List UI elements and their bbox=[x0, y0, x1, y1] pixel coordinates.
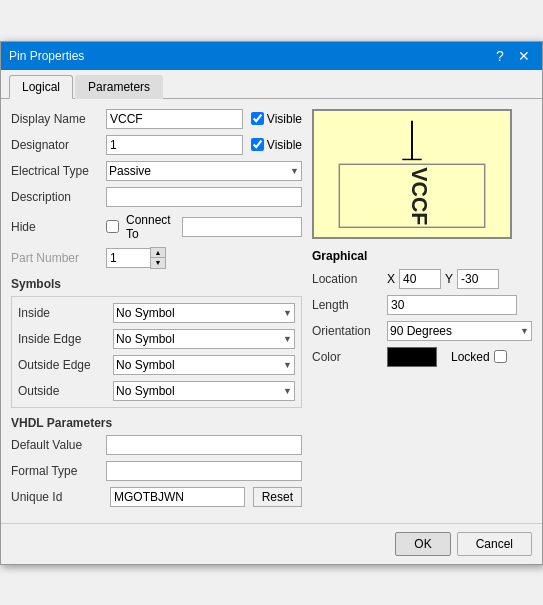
orientation-select-wrap: 0 Degrees 90 Degrees 180 Degrees 270 Deg… bbox=[387, 321, 532, 341]
outside-select-wrap: No Symbol Dot Clock ▼ bbox=[113, 381, 295, 401]
hide-checkbox[interactable] bbox=[106, 220, 119, 233]
connect-to-input[interactable] bbox=[182, 217, 302, 237]
location-y-input[interactable] bbox=[457, 269, 499, 289]
locked-group: Locked bbox=[451, 350, 507, 364]
cancel-button[interactable]: Cancel bbox=[457, 532, 532, 556]
default-value-input[interactable] bbox=[106, 435, 302, 455]
formal-type-label: Formal Type bbox=[11, 464, 106, 478]
preview-svg: VCCF bbox=[314, 111, 510, 237]
tab-bar: Logical Parameters bbox=[1, 70, 542, 99]
location-x-input[interactable] bbox=[399, 269, 441, 289]
vhdl-section: VHDL Parameters Default Value Formal Typ… bbox=[11, 416, 302, 507]
inside-edge-row: Inside Edge No Symbol Dot Clock ▼ bbox=[18, 329, 295, 349]
part-number-spinbtns: ▲ ▼ bbox=[150, 247, 166, 269]
visible2-checkbox[interactable] bbox=[251, 138, 264, 151]
location-x-label: X bbox=[387, 272, 395, 286]
designator-label: Designator bbox=[11, 138, 106, 152]
color-swatch[interactable] bbox=[387, 347, 437, 367]
length-label: Length bbox=[312, 298, 387, 312]
location-y-label: Y bbox=[445, 272, 453, 286]
display-name-input[interactable] bbox=[106, 109, 243, 129]
part-number-label: Part Number bbox=[11, 251, 106, 265]
connect-to-label: Connect To bbox=[126, 213, 173, 241]
visible2-label: Visible bbox=[267, 138, 302, 152]
location-label: Location bbox=[312, 272, 387, 286]
visible1-checkbox[interactable] bbox=[251, 112, 264, 125]
default-value-label: Default Value bbox=[11, 438, 106, 452]
orientation-select[interactable]: 0 Degrees 90 Degrees 180 Degrees 270 Deg… bbox=[387, 321, 532, 341]
part-number-spin: ▲ ▼ bbox=[106, 247, 166, 269]
outside-row: Outside No Symbol Dot Clock ▼ bbox=[18, 381, 295, 401]
graphical-section: Graphical Location X Y Length bbox=[312, 249, 532, 367]
display-name-label: Display Name bbox=[11, 112, 106, 126]
symbols-title: Symbols bbox=[11, 277, 302, 291]
tab-parameters[interactable]: Parameters bbox=[75, 75, 163, 99]
part-number-up[interactable]: ▲ bbox=[151, 248, 165, 258]
inside-select-wrap: No Symbol Dot Clock ▼ bbox=[113, 303, 295, 323]
formal-type-input[interactable] bbox=[106, 461, 302, 481]
color-label: Color bbox=[312, 350, 387, 364]
visible2-group: Visible bbox=[251, 138, 302, 152]
outside-edge-select-wrap: No Symbol Dot Clock ▼ bbox=[113, 355, 295, 375]
designator-input[interactable] bbox=[106, 135, 243, 155]
vhdl-title: VHDL Parameters bbox=[11, 416, 302, 430]
orientation-label: Orientation bbox=[312, 324, 387, 338]
inside-label: Inside bbox=[18, 306, 113, 320]
reset-button[interactable]: Reset bbox=[253, 487, 302, 507]
pin-properties-dialog: Pin Properties ? ✕ Logical Parameters Di… bbox=[0, 41, 543, 565]
length-row: Length bbox=[312, 295, 532, 315]
ok-button[interactable]: OK bbox=[395, 532, 450, 556]
orientation-row: Orientation 0 Degrees 90 Degrees 180 Deg… bbox=[312, 321, 532, 341]
formal-type-row: Formal Type bbox=[11, 461, 302, 481]
location-coord-group: X Y bbox=[387, 269, 499, 289]
designator-row: Designator Visible bbox=[11, 135, 302, 155]
electrical-type-select[interactable]: Passive Input Output Bidirectional bbox=[106, 161, 302, 181]
tab-logical[interactable]: Logical bbox=[9, 75, 73, 99]
unique-id-input[interactable] bbox=[110, 487, 245, 507]
close-button[interactable]: ✕ bbox=[514, 46, 534, 66]
hide-label: Hide bbox=[11, 220, 106, 234]
dialog-title: Pin Properties bbox=[9, 49, 84, 63]
inside-select[interactable]: No Symbol Dot Clock bbox=[113, 303, 295, 323]
outside-edge-select[interactable]: No Symbol Dot Clock bbox=[113, 355, 295, 375]
hide-row: Hide Connect To bbox=[11, 213, 302, 241]
electrical-type-row: Electrical Type Passive Input Output Bid… bbox=[11, 161, 302, 181]
outside-edge-row: Outside Edge No Symbol Dot Clock ▼ bbox=[18, 355, 295, 375]
default-value-row: Default Value bbox=[11, 435, 302, 455]
electrical-type-select-wrap: Passive Input Output Bidirectional ▼ bbox=[106, 161, 302, 181]
outside-label: Outside bbox=[18, 384, 113, 398]
part-number-row: Part Number ▲ ▼ bbox=[11, 247, 302, 269]
left-panel: Display Name Visible Designator Visible … bbox=[11, 109, 302, 513]
electrical-type-label: Electrical Type bbox=[11, 164, 106, 178]
inside-edge-select[interactable]: No Symbol Dot Clock bbox=[113, 329, 295, 349]
inside-row: Inside No Symbol Dot Clock ▼ bbox=[18, 303, 295, 323]
visible1-label: Visible bbox=[267, 112, 302, 126]
location-row: Location X Y bbox=[312, 269, 532, 289]
help-button[interactable]: ? bbox=[490, 46, 510, 66]
pin-preview: VCCF bbox=[312, 109, 512, 239]
description-label: Description bbox=[11, 190, 106, 204]
locked-label: Locked bbox=[451, 350, 490, 364]
description-input[interactable] bbox=[106, 187, 302, 207]
hide-checkbox-wrap: Connect To bbox=[106, 213, 302, 241]
outside-select[interactable]: No Symbol Dot Clock bbox=[113, 381, 295, 401]
symbols-section: Inside No Symbol Dot Clock ▼ Inside Edge bbox=[11, 296, 302, 408]
unique-id-label: Unique Id bbox=[11, 490, 106, 504]
title-bar: Pin Properties ? ✕ bbox=[1, 42, 542, 70]
main-content: Display Name Visible Designator Visible … bbox=[1, 99, 542, 523]
visible1-group: Visible bbox=[251, 112, 302, 126]
graphical-title: Graphical bbox=[312, 249, 532, 263]
inside-edge-select-wrap: No Symbol Dot Clock ▼ bbox=[113, 329, 295, 349]
right-panel: VCCF Graphical Location X Y bbox=[312, 109, 532, 513]
display-name-row: Display Name Visible bbox=[11, 109, 302, 129]
bottom-buttons: OK Cancel bbox=[1, 523, 542, 564]
description-row: Description bbox=[11, 187, 302, 207]
preview-text: VCCF bbox=[407, 167, 431, 225]
part-number-input[interactable] bbox=[106, 248, 150, 268]
locked-checkbox[interactable] bbox=[494, 350, 507, 363]
outside-edge-label: Outside Edge bbox=[18, 358, 113, 372]
length-input[interactable] bbox=[387, 295, 517, 315]
unique-id-row: Unique Id Reset bbox=[11, 487, 302, 507]
color-row: Color Locked bbox=[312, 347, 532, 367]
part-number-down[interactable]: ▼ bbox=[151, 258, 165, 268]
